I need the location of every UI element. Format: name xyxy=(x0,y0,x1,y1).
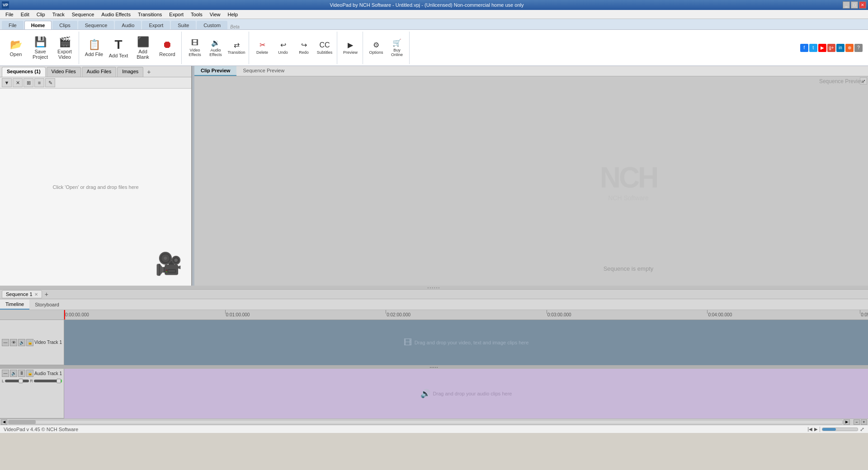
open-button[interactable]: 📂 Open xyxy=(4,33,28,63)
record-button[interactable]: ⏺ Record xyxy=(155,33,179,63)
tab-audio[interactable]: Audio xyxy=(115,21,141,29)
twitter-button[interactable]: t xyxy=(809,44,817,52)
menu-edit[interactable]: Edit xyxy=(17,11,33,18)
grid-view-button[interactable]: ⊞ xyxy=(24,78,33,87)
fader-track-left[interactable] xyxy=(5,380,29,382)
export-video-button[interactable]: 🎬 Export Video xyxy=(52,33,77,63)
minimize-button[interactable]: _ xyxy=(843,1,850,9)
video-track-controls: — 👁 🔊 🔒 Video Track 1 xyxy=(0,320,64,365)
tab-sequence[interactable]: Sequence xyxy=(78,21,114,29)
menu-audio-effects[interactable]: Audio Effects xyxy=(98,11,134,18)
tab-export[interactable]: Export xyxy=(142,21,170,29)
tab-custom[interactable]: Custom xyxy=(197,21,227,29)
scroll-track[interactable] xyxy=(8,420,843,424)
timeline-storyboard-tabs: Timeline Storyboard xyxy=(0,299,868,310)
add-dropdown-button[interactable]: ▼ xyxy=(2,78,12,87)
add-file-button[interactable]: 📋 Add File xyxy=(82,33,106,63)
transition-button[interactable]: ⇄ Transition xyxy=(226,33,247,63)
audio-track-lock-button[interactable]: 🔒 xyxy=(26,370,33,377)
tab-file[interactable]: File xyxy=(2,21,24,29)
add-text-button[interactable]: T Add Text xyxy=(106,33,131,63)
audio-drop-icon: 🔊 xyxy=(420,389,430,399)
main-timeline-resizer[interactable]: •••••• xyxy=(0,286,868,289)
video-track-lock-button[interactable]: 🔒 xyxy=(26,339,33,346)
timeline-cursor[interactable] xyxy=(64,310,65,320)
menu-export[interactable]: Export xyxy=(165,11,187,18)
buy-online-button[interactable]: 🛒 Buy Online xyxy=(387,33,407,63)
audio-track-equalizer-button[interactable]: 🎚 xyxy=(18,370,25,377)
subtitles-icon: CC xyxy=(319,41,330,49)
tab-suite[interactable]: Suite xyxy=(171,21,196,29)
tab-clips[interactable]: Clips xyxy=(52,21,77,29)
linkedin-button[interactable]: in xyxy=(836,44,844,52)
storyboard-tab[interactable]: Storyboard xyxy=(29,300,65,309)
audio-track-content[interactable]: 🔊 Drag and drop your audio clips here xyxy=(64,369,868,418)
list-view-button[interactable]: ≡ xyxy=(34,78,44,87)
redo-button[interactable]: ↪ Redo xyxy=(293,33,314,63)
facebook-button[interactable]: f xyxy=(800,44,808,52)
fader-knob-right[interactable] xyxy=(57,379,61,383)
remove-button[interactable]: ✕ xyxy=(13,78,23,87)
undo-button[interactable]: ↩ Undo xyxy=(273,33,293,63)
help-button[interactable]: ? xyxy=(854,44,863,52)
tab-sequences[interactable]: Sequences (1) xyxy=(2,67,46,77)
add-sequence-button[interactable]: + xyxy=(42,290,51,299)
video-effects-button[interactable]: 🎞 Video Effects xyxy=(184,33,205,63)
timeline-tab[interactable]: Timeline xyxy=(0,300,29,310)
scroll-right-button[interactable]: ▶ xyxy=(844,419,850,425)
tab-video-files[interactable]: Video Files xyxy=(47,67,81,77)
delete-button[interactable]: ✂ Delete xyxy=(252,33,273,63)
audio-fader[interactable]: L R xyxy=(2,379,62,383)
ribbon-toolbar: 📂 Open 💾 Save Project 🎬 Export Video 📋 A… xyxy=(0,30,868,66)
rss-button[interactable]: ⊕ xyxy=(845,44,854,52)
fader-knob[interactable] xyxy=(19,379,23,383)
youtube-button[interactable]: ▶ xyxy=(818,44,826,52)
tab-images[interactable]: Images xyxy=(117,67,143,77)
video-track-audio-button[interactable]: 🔊 xyxy=(18,339,25,346)
menu-tools[interactable]: Tools xyxy=(187,11,206,18)
video-track-mute-button[interactable]: — xyxy=(2,339,9,346)
menu-help[interactable]: Help xyxy=(224,11,241,18)
menu-view[interactable]: View xyxy=(206,11,224,18)
preview-button[interactable]: ▶ Preview xyxy=(340,33,361,63)
scroll-to-start-button[interactable]: |◀ xyxy=(807,427,812,432)
timeline-zoom-slider[interactable] xyxy=(822,428,858,431)
tab-audio-files[interactable]: Audio Files xyxy=(82,67,116,77)
menu-clip[interactable]: Clip xyxy=(33,11,49,18)
play-button-status[interactable]: ▶ xyxy=(814,427,818,432)
video-track-content[interactable]: 🎞 Drag and drop your video, text and ima… xyxy=(64,320,868,365)
scroll-thumb[interactable] xyxy=(9,420,36,424)
subtitles-button[interactable]: CC Subtitles xyxy=(314,33,335,63)
audio-effects-button[interactable]: 🔉 Audio Effects xyxy=(205,33,226,63)
save-project-button[interactable]: 💾 Save Project xyxy=(28,33,52,63)
expand-timeline-button[interactable]: ⤢ xyxy=(860,426,864,432)
track-resize-handle[interactable]: ••••• xyxy=(0,365,868,369)
drop-hint: Click 'Open' or drag and drop files here xyxy=(52,184,138,190)
video-drop-hint: Drag and drop your video, text and image… xyxy=(415,340,529,345)
video-track-eye-button[interactable]: 👁 xyxy=(10,339,17,346)
sequence-tab-close[interactable]: ✕ xyxy=(34,292,38,297)
delete-icon: ✂ xyxy=(259,41,265,49)
audio-track-speaker-button[interactable]: 🔊 xyxy=(10,370,17,377)
tab-clip-preview[interactable]: Clip Preview xyxy=(194,66,236,76)
menu-transitions[interactable]: Transitions xyxy=(134,11,165,18)
tab-sequence-preview[interactable]: Sequence Preview xyxy=(236,66,291,76)
close-button[interactable]: ✕ xyxy=(859,1,866,9)
menu-sequence[interactable]: Sequence xyxy=(68,11,98,18)
options-button[interactable]: ⚙ Options xyxy=(366,33,387,63)
edit-button[interactable]: ✎ xyxy=(45,78,55,87)
fader-track-right[interactable] xyxy=(34,380,58,382)
zoom-in-button[interactable]: + xyxy=(861,419,867,425)
maximize-button[interactable]: □ xyxy=(851,1,858,9)
menu-track[interactable]: Track xyxy=(49,11,68,18)
scroll-left-button[interactable]: ◀ xyxy=(1,419,7,425)
tab-home[interactable]: Home xyxy=(24,21,52,29)
menu-file[interactable]: File xyxy=(2,11,17,18)
tab-add[interactable]: + xyxy=(144,67,153,77)
gplus-button[interactable]: g+ xyxy=(827,44,835,52)
zoom-out-button[interactable]: − xyxy=(854,419,860,425)
audio-track-mute-button[interactable]: — xyxy=(2,370,9,377)
add-blank-button[interactable]: ⬛ Add Blank xyxy=(131,33,155,63)
window-controls[interactable]: _ □ ✕ xyxy=(843,1,866,9)
sequence-1-tab[interactable]: Sequence 1 ✕ xyxy=(2,290,42,298)
